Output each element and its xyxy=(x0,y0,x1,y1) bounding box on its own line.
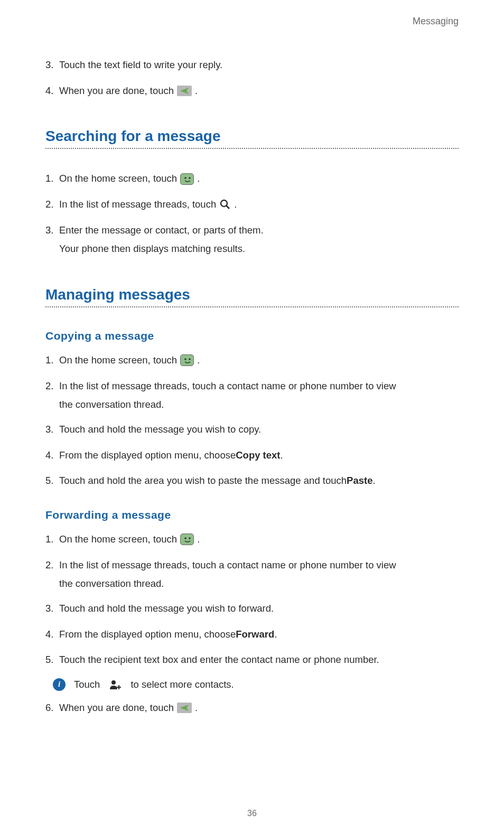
step-text: . xyxy=(372,473,375,489)
messaging-smile-icon xyxy=(180,354,194,366)
person-plus-icon xyxy=(108,679,122,690)
step-number: 3. xyxy=(45,58,59,73)
step-text: . xyxy=(195,83,198,99)
step-text: Touch and hold the area you wish to past… xyxy=(59,473,347,489)
step-text: In the list of message threads, touch a … xyxy=(59,558,396,573)
search-icon xyxy=(219,199,231,210)
step-bold: Forward xyxy=(236,627,274,642)
step-item: 2. In the list of message threads, touch… xyxy=(45,197,459,212)
step-number: 2. xyxy=(45,558,59,573)
step-item: 1. On the home screen, touch . xyxy=(45,353,459,368)
step-continuation: Your phone then displays matching result… xyxy=(59,241,459,257)
step-text: . xyxy=(281,448,283,463)
step-text: . xyxy=(234,197,237,212)
svg-point-3 xyxy=(221,200,227,207)
step-number: 4. xyxy=(45,627,59,642)
step-text: On the home screen, touch xyxy=(59,171,177,186)
step-number: 4. xyxy=(45,83,59,99)
step-text: . xyxy=(197,353,200,368)
step-item: 3. Enter the message or contact, or part… xyxy=(45,223,459,238)
section-divider xyxy=(45,148,459,149)
step-text: In the list of message threads, touch xyxy=(59,197,216,212)
step-text: In the list of message threads, touch a … xyxy=(59,379,396,394)
header-category: Messaging xyxy=(45,16,459,27)
step-item: 5. Touch the recipient text box and ente… xyxy=(45,652,459,668)
step-text: Touch and hold the message you wish to c… xyxy=(59,422,261,437)
svg-point-1 xyxy=(184,177,186,179)
svg-point-9 xyxy=(111,680,116,685)
step-bold: Copy text xyxy=(236,448,280,463)
step-number: 3. xyxy=(45,601,59,616)
svg-marker-0 xyxy=(180,88,189,94)
svg-point-5 xyxy=(184,358,186,360)
section-heading-manage: Managing messages xyxy=(45,286,459,303)
step-item: 4. When you are done, touch . xyxy=(45,83,459,99)
step-bold: Paste xyxy=(347,473,372,489)
step-number: 1. xyxy=(45,532,59,547)
tip-row: i Touch to select more contacts. xyxy=(50,678,459,691)
step-number: 2. xyxy=(45,197,59,212)
svg-line-4 xyxy=(227,206,230,209)
step-number: 6. xyxy=(45,700,59,716)
step-text: Touch the text field to write your reply… xyxy=(59,58,222,73)
step-text: Touch and hold the message you wish to f… xyxy=(59,601,274,616)
step-item: 3. Touch and hold the message you wish t… xyxy=(45,422,459,437)
svg-point-2 xyxy=(189,177,191,179)
step-text: On the home screen, touch xyxy=(59,532,177,547)
page-content: Messaging 3. Touch the text field to wri… xyxy=(0,0,504,716)
step-item: 1. On the home screen, touch . xyxy=(45,532,459,547)
step-item: 3. Touch and hold the message you wish t… xyxy=(45,601,459,616)
section-heading-search: Searching for a message xyxy=(45,128,459,145)
step-text: When you are done, touch xyxy=(59,700,174,716)
svg-marker-12 xyxy=(180,705,189,711)
messaging-smile-icon xyxy=(180,173,194,185)
tip-text: Touch xyxy=(74,679,100,690)
step-text: From the displayed option menu, choose xyxy=(59,448,236,463)
step-number: 4. xyxy=(45,448,59,463)
step-number: 3. xyxy=(45,223,59,238)
step-number: 5. xyxy=(45,473,59,489)
step-text: Enter the message or contact, or parts o… xyxy=(59,223,264,238)
step-item: 6. When you are done, touch . xyxy=(45,700,459,716)
step-item: 4. From the displayed option menu, choos… xyxy=(45,448,459,463)
step-continuation: the conversation thread. xyxy=(59,397,459,413)
step-text: Touch the recipient text box and enter t… xyxy=(59,652,379,668)
step-number: 3. xyxy=(45,422,59,437)
step-number: 1. xyxy=(45,353,59,368)
page-number: 36 xyxy=(0,809,504,818)
step-number: 5. xyxy=(45,652,59,668)
step-text: . xyxy=(195,700,198,716)
step-item: 5. Touch and hold the area you wish to p… xyxy=(45,473,459,489)
step-text: . xyxy=(274,627,277,642)
messaging-smile-icon xyxy=(180,534,194,545)
step-number: 1. xyxy=(45,171,59,186)
svg-point-7 xyxy=(184,537,186,539)
step-continuation: the conversation thread. xyxy=(59,576,459,592)
section-divider xyxy=(45,306,459,307)
tip-text: to select more contacts. xyxy=(130,679,234,690)
step-item: 2. In the list of message threads, touch… xyxy=(45,558,459,573)
svg-point-6 xyxy=(189,358,191,360)
send-icon xyxy=(177,703,192,713)
svg-point-8 xyxy=(189,537,191,539)
step-text: . xyxy=(197,532,200,547)
step-text: . xyxy=(197,171,200,186)
step-text: When you are done, touch xyxy=(59,83,174,99)
step-text: From the displayed option menu, choose xyxy=(59,627,236,642)
step-item: 3. Touch the text field to write your re… xyxy=(45,58,459,73)
step-item: 4. From the displayed option menu, choos… xyxy=(45,627,459,642)
step-item: 1. On the home screen, touch . xyxy=(45,171,459,186)
step-number: 2. xyxy=(45,379,59,394)
send-icon xyxy=(177,86,192,96)
step-text: On the home screen, touch xyxy=(59,353,177,368)
step-item: 2. In the list of message threads, touch… xyxy=(45,379,459,394)
subsection-heading-copy: Copying a message xyxy=(45,330,459,342)
info-icon: i xyxy=(53,678,66,691)
subsection-heading-forward: Forwarding a message xyxy=(45,509,459,521)
